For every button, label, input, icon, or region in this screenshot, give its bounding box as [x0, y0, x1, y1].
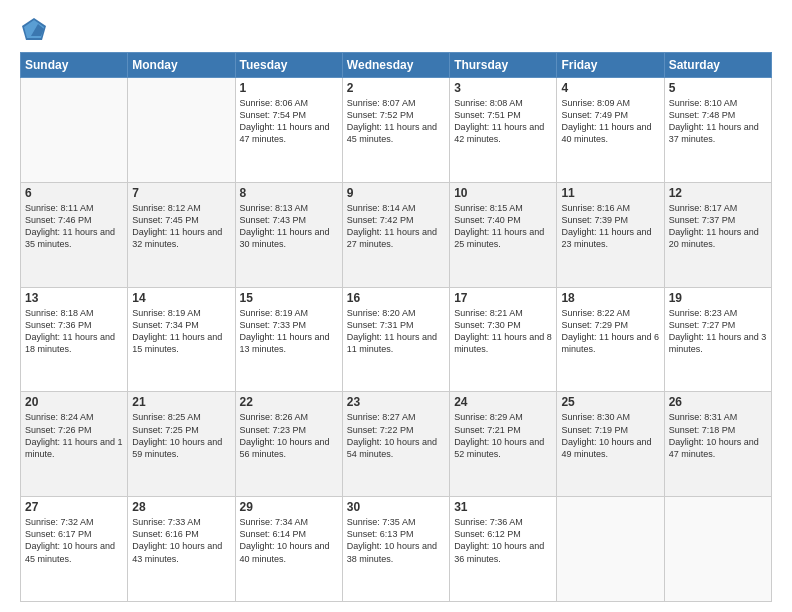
day-info: Sunrise: 8:09 AM Sunset: 7:49 PM Dayligh…	[561, 97, 659, 146]
calendar-cell: 3Sunrise: 8:08 AM Sunset: 7:51 PM Daylig…	[450, 78, 557, 183]
calendar-table: SundayMondayTuesdayWednesdayThursdayFrid…	[20, 52, 772, 602]
calendar-cell: 30Sunrise: 7:35 AM Sunset: 6:13 PM Dayli…	[342, 497, 449, 602]
page: SundayMondayTuesdayWednesdayThursdayFrid…	[0, 0, 792, 612]
day-number: 8	[240, 186, 338, 200]
weekday-header-friday: Friday	[557, 53, 664, 78]
day-number: 18	[561, 291, 659, 305]
calendar-week-row: 20Sunrise: 8:24 AM Sunset: 7:26 PM Dayli…	[21, 392, 772, 497]
weekday-header-wednesday: Wednesday	[342, 53, 449, 78]
day-number: 26	[669, 395, 767, 409]
calendar-cell: 22Sunrise: 8:26 AM Sunset: 7:23 PM Dayli…	[235, 392, 342, 497]
calendar-cell: 9Sunrise: 8:14 AM Sunset: 7:42 PM Daylig…	[342, 182, 449, 287]
day-info: Sunrise: 8:21 AM Sunset: 7:30 PM Dayligh…	[454, 307, 552, 356]
weekday-header-monday: Monday	[128, 53, 235, 78]
calendar-cell: 29Sunrise: 7:34 AM Sunset: 6:14 PM Dayli…	[235, 497, 342, 602]
day-info: Sunrise: 8:19 AM Sunset: 7:33 PM Dayligh…	[240, 307, 338, 356]
calendar-cell: 7Sunrise: 8:12 AM Sunset: 7:45 PM Daylig…	[128, 182, 235, 287]
day-number: 5	[669, 81, 767, 95]
logo	[20, 16, 50, 44]
calendar-cell	[664, 497, 771, 602]
weekday-header-row: SundayMondayTuesdayWednesdayThursdayFrid…	[21, 53, 772, 78]
calendar-cell: 5Sunrise: 8:10 AM Sunset: 7:48 PM Daylig…	[664, 78, 771, 183]
day-info: Sunrise: 8:24 AM Sunset: 7:26 PM Dayligh…	[25, 411, 123, 460]
day-number: 25	[561, 395, 659, 409]
calendar-cell: 23Sunrise: 8:27 AM Sunset: 7:22 PM Dayli…	[342, 392, 449, 497]
day-number: 29	[240, 500, 338, 514]
day-number: 4	[561, 81, 659, 95]
calendar-cell: 26Sunrise: 8:31 AM Sunset: 7:18 PM Dayli…	[664, 392, 771, 497]
day-info: Sunrise: 8:27 AM Sunset: 7:22 PM Dayligh…	[347, 411, 445, 460]
day-number: 30	[347, 500, 445, 514]
day-info: Sunrise: 8:08 AM Sunset: 7:51 PM Dayligh…	[454, 97, 552, 146]
day-info: Sunrise: 8:11 AM Sunset: 7:46 PM Dayligh…	[25, 202, 123, 251]
day-info: Sunrise: 8:18 AM Sunset: 7:36 PM Dayligh…	[25, 307, 123, 356]
day-number: 28	[132, 500, 230, 514]
calendar-cell: 21Sunrise: 8:25 AM Sunset: 7:25 PM Dayli…	[128, 392, 235, 497]
day-info: Sunrise: 8:31 AM Sunset: 7:18 PM Dayligh…	[669, 411, 767, 460]
calendar-cell: 2Sunrise: 8:07 AM Sunset: 7:52 PM Daylig…	[342, 78, 449, 183]
day-number: 20	[25, 395, 123, 409]
weekday-header-thursday: Thursday	[450, 53, 557, 78]
weekday-header-sunday: Sunday	[21, 53, 128, 78]
calendar-cell: 24Sunrise: 8:29 AM Sunset: 7:21 PM Dayli…	[450, 392, 557, 497]
calendar-cell: 27Sunrise: 7:32 AM Sunset: 6:17 PM Dayli…	[21, 497, 128, 602]
day-info: Sunrise: 8:20 AM Sunset: 7:31 PM Dayligh…	[347, 307, 445, 356]
day-info: Sunrise: 8:13 AM Sunset: 7:43 PM Dayligh…	[240, 202, 338, 251]
day-number: 1	[240, 81, 338, 95]
calendar-week-row: 1Sunrise: 8:06 AM Sunset: 7:54 PM Daylig…	[21, 78, 772, 183]
calendar-week-row: 6Sunrise: 8:11 AM Sunset: 7:46 PM Daylig…	[21, 182, 772, 287]
day-info: Sunrise: 7:32 AM Sunset: 6:17 PM Dayligh…	[25, 516, 123, 565]
day-number: 17	[454, 291, 552, 305]
calendar-cell: 10Sunrise: 8:15 AM Sunset: 7:40 PM Dayli…	[450, 182, 557, 287]
calendar-week-row: 27Sunrise: 7:32 AM Sunset: 6:17 PM Dayli…	[21, 497, 772, 602]
day-info: Sunrise: 8:25 AM Sunset: 7:25 PM Dayligh…	[132, 411, 230, 460]
day-number: 31	[454, 500, 552, 514]
day-info: Sunrise: 7:35 AM Sunset: 6:13 PM Dayligh…	[347, 516, 445, 565]
day-number: 19	[669, 291, 767, 305]
day-info: Sunrise: 7:33 AM Sunset: 6:16 PM Dayligh…	[132, 516, 230, 565]
calendar-week-row: 13Sunrise: 8:18 AM Sunset: 7:36 PM Dayli…	[21, 287, 772, 392]
calendar-cell: 8Sunrise: 8:13 AM Sunset: 7:43 PM Daylig…	[235, 182, 342, 287]
calendar-cell: 18Sunrise: 8:22 AM Sunset: 7:29 PM Dayli…	[557, 287, 664, 392]
day-number: 9	[347, 186, 445, 200]
day-info: Sunrise: 8:14 AM Sunset: 7:42 PM Dayligh…	[347, 202, 445, 251]
calendar-cell	[557, 497, 664, 602]
day-info: Sunrise: 8:15 AM Sunset: 7:40 PM Dayligh…	[454, 202, 552, 251]
day-number: 13	[25, 291, 123, 305]
calendar-cell: 14Sunrise: 8:19 AM Sunset: 7:34 PM Dayli…	[128, 287, 235, 392]
day-number: 27	[25, 500, 123, 514]
calendar-cell: 31Sunrise: 7:36 AM Sunset: 6:12 PM Dayli…	[450, 497, 557, 602]
day-info: Sunrise: 8:12 AM Sunset: 7:45 PM Dayligh…	[132, 202, 230, 251]
day-number: 16	[347, 291, 445, 305]
day-info: Sunrise: 8:23 AM Sunset: 7:27 PM Dayligh…	[669, 307, 767, 356]
day-info: Sunrise: 8:29 AM Sunset: 7:21 PM Dayligh…	[454, 411, 552, 460]
calendar-cell: 11Sunrise: 8:16 AM Sunset: 7:39 PM Dayli…	[557, 182, 664, 287]
day-number: 7	[132, 186, 230, 200]
calendar-cell: 13Sunrise: 8:18 AM Sunset: 7:36 PM Dayli…	[21, 287, 128, 392]
day-number: 21	[132, 395, 230, 409]
day-number: 12	[669, 186, 767, 200]
day-info: Sunrise: 8:07 AM Sunset: 7:52 PM Dayligh…	[347, 97, 445, 146]
day-info: Sunrise: 8:22 AM Sunset: 7:29 PM Dayligh…	[561, 307, 659, 356]
day-number: 10	[454, 186, 552, 200]
calendar-cell: 12Sunrise: 8:17 AM Sunset: 7:37 PM Dayli…	[664, 182, 771, 287]
day-number: 22	[240, 395, 338, 409]
calendar-cell: 17Sunrise: 8:21 AM Sunset: 7:30 PM Dayli…	[450, 287, 557, 392]
day-info: Sunrise: 8:19 AM Sunset: 7:34 PM Dayligh…	[132, 307, 230, 356]
day-number: 23	[347, 395, 445, 409]
day-info: Sunrise: 7:36 AM Sunset: 6:12 PM Dayligh…	[454, 516, 552, 565]
weekday-header-saturday: Saturday	[664, 53, 771, 78]
day-info: Sunrise: 8:16 AM Sunset: 7:39 PM Dayligh…	[561, 202, 659, 251]
day-number: 6	[25, 186, 123, 200]
day-info: Sunrise: 8:17 AM Sunset: 7:37 PM Dayligh…	[669, 202, 767, 251]
weekday-header-tuesday: Tuesday	[235, 53, 342, 78]
calendar-cell: 20Sunrise: 8:24 AM Sunset: 7:26 PM Dayli…	[21, 392, 128, 497]
calendar-cell: 19Sunrise: 8:23 AM Sunset: 7:27 PM Dayli…	[664, 287, 771, 392]
day-number: 11	[561, 186, 659, 200]
header	[20, 16, 772, 44]
day-info: Sunrise: 8:06 AM Sunset: 7:54 PM Dayligh…	[240, 97, 338, 146]
day-info: Sunrise: 8:30 AM Sunset: 7:19 PM Dayligh…	[561, 411, 659, 460]
calendar-cell: 28Sunrise: 7:33 AM Sunset: 6:16 PM Dayli…	[128, 497, 235, 602]
calendar-cell	[128, 78, 235, 183]
day-number: 14	[132, 291, 230, 305]
